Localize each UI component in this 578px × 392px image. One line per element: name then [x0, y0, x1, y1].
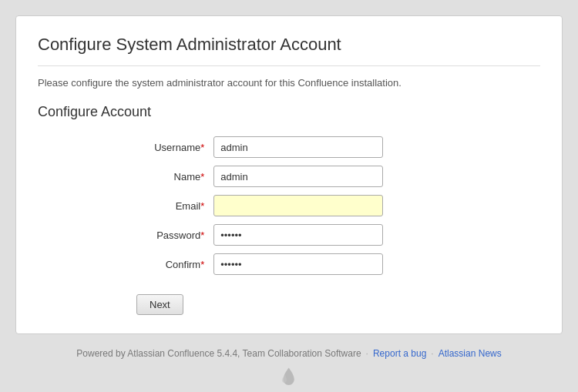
password-input[interactable] — [213, 224, 383, 246]
required-star: * — [200, 230, 204, 241]
page-title: Configure System Administrator Account — [38, 35, 540, 55]
next-button[interactable]: Next — [136, 294, 183, 315]
required-star: * — [200, 142, 204, 153]
confirm-row: Confirm* — [38, 250, 540, 279]
report-bug-link[interactable]: Report a bug — [373, 348, 426, 359]
section-title: Configure Account — [38, 104, 540, 120]
configure-form: Username* Name* Email* Password* — [38, 132, 540, 279]
password-row: Password* — [38, 220, 540, 250]
username-row: Username* — [38, 132, 540, 162]
username-input[interactable] — [213, 136, 383, 158]
required-star: * — [200, 171, 204, 183]
footer-dot-2: · — [431, 348, 433, 359]
divider — [38, 65, 540, 66]
name-row: Name* — [38, 162, 540, 191]
confirm-input[interactable] — [213, 253, 383, 275]
confirm-label: Confirm* — [38, 250, 209, 279]
main-card: Configure System Administrator Account P… — [15, 15, 563, 334]
footer: Powered by Atlassian Confluence 5.4.4, T… — [76, 348, 501, 359]
name-input[interactable] — [213, 166, 383, 187]
email-row: Email* — [38, 191, 540, 220]
footer-dot-1: · — [366, 348, 368, 359]
username-label: Username* — [38, 132, 209, 162]
atlassian-news-link[interactable]: Atlassian News — [439, 348, 502, 359]
name-label: Name* — [38, 162, 209, 191]
atlassian-logo — [277, 367, 301, 385]
email-label: Email* — [38, 191, 209, 220]
powered-by-text: Powered by Atlassian Confluence 5.4.4, T… — [76, 348, 361, 359]
password-label: Password* — [38, 220, 209, 250]
button-row: Next — [38, 288, 540, 315]
required-star: * — [200, 259, 204, 270]
description: Please configure the system administrato… — [38, 77, 540, 89]
email-input[interactable] — [213, 195, 383, 216]
required-star: * — [200, 200, 204, 212]
